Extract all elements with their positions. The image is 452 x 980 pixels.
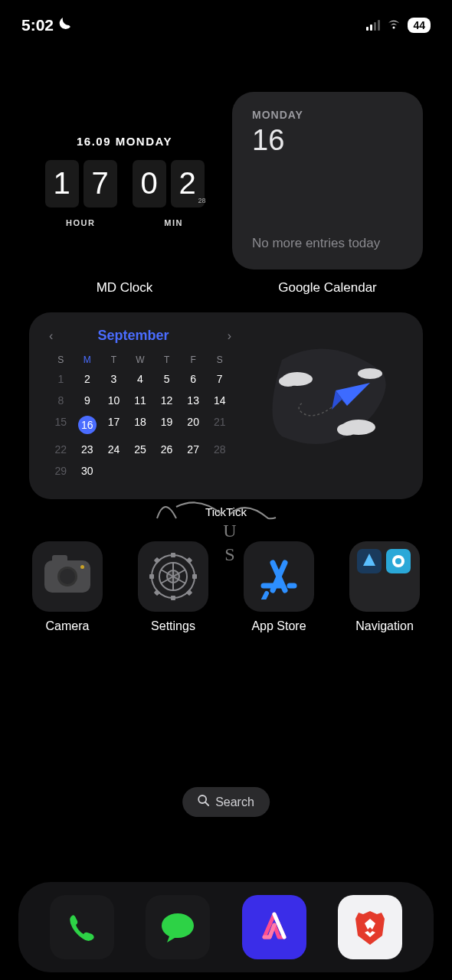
hour-digit-2: 7 <box>84 160 117 207</box>
dow-header: F <box>180 351 207 368</box>
cal-day[interactable]: 22 <box>47 439 74 460</box>
dow-header: S <box>47 351 74 368</box>
cal-day[interactable] <box>180 460 207 482</box>
cal-day[interactable]: 29 <box>47 460 74 482</box>
cal-day[interactable]: 1 <box>47 368 74 390</box>
appstore-icon <box>244 541 314 612</box>
gcal-date: 16 <box>252 124 403 157</box>
moon-icon <box>58 16 74 35</box>
svg-rect-16 <box>186 557 192 564</box>
cal-month: September <box>53 328 213 344</box>
dock-arc[interactable] <box>242 895 306 959</box>
cal-day[interactable]: 7 <box>206 368 233 390</box>
cal-day[interactable]: 8 <box>47 390 74 411</box>
widget-row-1: 16.09 MONDAY 1 7 0 2 28 HOUR MIN MD Cloc… <box>0 43 452 296</box>
cal-day[interactable]: 25 <box>127 439 154 460</box>
cal-day[interactable]: 16 <box>74 411 101 439</box>
ticktick-widget-wrap: ‹ September › SMTWTFS1234567891011121314… <box>0 296 452 518</box>
svg-line-28 <box>205 802 208 805</box>
dow-header: S <box>206 351 233 368</box>
gcal-label: Google Calendar <box>278 280 377 296</box>
cal-day[interactable] <box>153 460 180 482</box>
search-label: Search <box>215 795 254 809</box>
min-label: MIN <box>164 218 183 227</box>
app-label: App Store <box>251 619 306 633</box>
cal-day[interactable]: 21 <box>206 411 233 439</box>
cal-day[interactable]: 27 <box>180 439 207 460</box>
dock-brave[interactable] <box>338 895 402 959</box>
svg-line-23 <box>264 593 267 599</box>
apps-row: Camera Settings <box>0 518 452 633</box>
app-appstore[interactable]: App Store <box>241 541 317 633</box>
ticktick-illustration <box>251 328 405 484</box>
status-right: 44 <box>366 18 431 33</box>
svg-rect-13 <box>149 574 154 579</box>
gcal-weekday: MONDAY <box>252 109 403 121</box>
app-label: Camera <box>46 619 90 633</box>
cal-day[interactable]: 28 <box>206 439 233 460</box>
cal-day[interactable] <box>206 460 233 482</box>
mdclock-widget[interactable]: 16.09 MONDAY 1 7 0 2 28 HOUR MIN <box>29 92 220 270</box>
seconds: 28 <box>198 197 205 204</box>
app-navigation-folder[interactable]: Navigation <box>346 541 423 633</box>
cal-day[interactable] <box>127 460 154 482</box>
cal-day[interactable]: 23 <box>74 439 101 460</box>
cal-day[interactable]: 3 <box>100 368 127 390</box>
cal-day[interactable]: 24 <box>100 439 127 460</box>
search-icon <box>198 795 209 809</box>
folder-icon <box>349 541 420 612</box>
cal-day[interactable]: 12 <box>153 390 180 411</box>
cal-day[interactable]: 15 <box>47 411 74 439</box>
min-digit-2: 2 28 <box>171 160 205 207</box>
cal-header: ‹ September › <box>47 328 233 344</box>
cal-day[interactable]: 2 <box>74 368 101 390</box>
cal-day[interactable]: 9 <box>74 390 101 411</box>
chevron-right-icon[interactable]: › <box>228 329 231 343</box>
dock <box>18 882 434 972</box>
app-camera[interactable]: Camera <box>29 541 106 633</box>
ticktick-calendar: ‹ September › SMTWTFS1234567891011121314… <box>47 328 233 484</box>
cal-grid: SMTWTFS123456789101112131415161718192021… <box>47 351 233 482</box>
svg-point-4 <box>337 423 357 436</box>
cal-day[interactable]: 18 <box>127 411 154 439</box>
cal-day[interactable]: 4 <box>127 368 154 390</box>
cal-day[interactable]: 30 <box>74 460 101 482</box>
hm-labels: HOUR MIN <box>66 218 183 227</box>
status-left: 5:02 <box>21 16 74 35</box>
svg-point-26 <box>395 558 401 564</box>
mdclock-label: MD Clock <box>97 280 153 296</box>
hour-label: HOUR <box>66 218 95 227</box>
cal-day[interactable]: 10 <box>100 390 127 411</box>
cal-day[interactable] <box>100 460 127 482</box>
dow-header: T <box>153 351 180 368</box>
status-bar: 5:02 44 <box>0 0 452 43</box>
gcal-widget-col: MONDAY 16 No more entries today Google C… <box>232 92 423 296</box>
svg-rect-12 <box>171 596 175 600</box>
cal-day[interactable]: 19 <box>153 411 180 439</box>
search-button[interactable]: Search <box>182 787 270 817</box>
gcal-message: No more entries today <box>252 235 403 253</box>
cal-day[interactable]: 6 <box>180 368 207 390</box>
dock-messages[interactable] <box>146 895 210 959</box>
app-settings[interactable]: Settings <box>135 541 211 633</box>
cal-day[interactable]: 26 <box>153 439 180 460</box>
ticktick-widget[interactable]: ‹ September › SMTWTFS1234567891011121314… <box>29 312 423 499</box>
cal-day[interactable]: 14 <box>206 390 233 411</box>
svg-rect-11 <box>171 553 175 557</box>
cal-day[interactable]: 20 <box>180 411 207 439</box>
google-calendar-widget[interactable]: MONDAY 16 No more entries today <box>232 92 423 270</box>
cal-day[interactable]: 5 <box>153 368 180 390</box>
svg-rect-18 <box>186 590 192 596</box>
dow-header: M <box>74 351 101 368</box>
app-label: Navigation <box>355 619 414 633</box>
svg-point-2 <box>358 368 382 379</box>
cal-day[interactable]: 13 <box>180 390 207 411</box>
hour-digit-1: 1 <box>45 160 79 207</box>
battery-level: 44 <box>408 18 431 33</box>
min-digit-1: 0 <box>133 160 166 207</box>
cal-day[interactable]: 17 <box>100 411 127 439</box>
cal-day[interactable]: 11 <box>127 390 154 411</box>
dock-phone[interactable] <box>50 895 114 959</box>
wifi-icon <box>386 18 401 33</box>
mdclock-date: 16.09 MONDAY <box>77 135 172 148</box>
